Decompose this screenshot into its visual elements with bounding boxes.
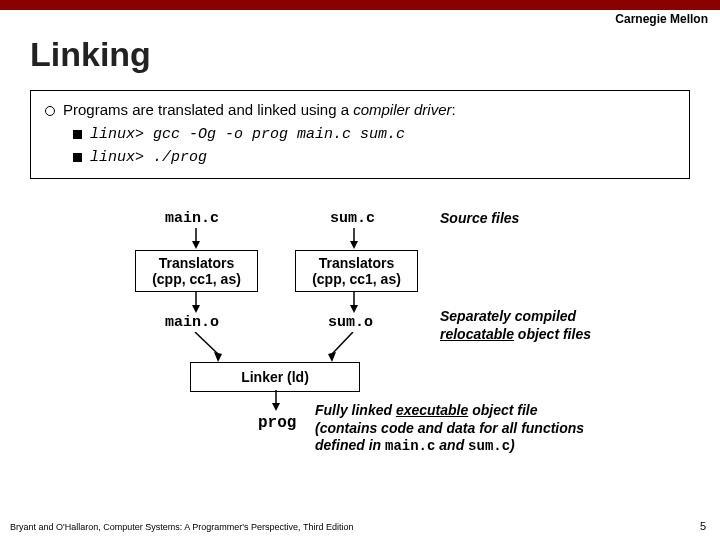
- annot-exe-f: main.c: [385, 438, 435, 454]
- src-main-label: main.c: [165, 210, 219, 227]
- svg-marker-9: [214, 352, 222, 362]
- annot-exe-c: object file: [468, 402, 537, 418]
- annot-exe-b: executable: [396, 402, 468, 418]
- src-sum-label: sum.c: [330, 210, 375, 227]
- annot-exe-i: ): [510, 437, 515, 453]
- linker-box: Linker (ld): [190, 362, 360, 392]
- annot-exe-d: (contains code and data for all function…: [315, 420, 584, 436]
- top-red-bar: [0, 0, 720, 10]
- hollow-bullet-icon: [45, 106, 55, 116]
- bullet-text-pre: Programs are translated and linked using…: [63, 101, 353, 118]
- annot-source-files: Source files: [440, 210, 519, 228]
- intro-box: Programs are translated and linked using…: [30, 90, 690, 179]
- arrow-icon: [190, 292, 202, 314]
- translators-2-line1: Translators: [296, 255, 417, 271]
- translators-2-line2: (cpp, cc1, as): [296, 271, 417, 287]
- annot-obj-a: Separately compiled: [440, 308, 576, 324]
- brand: Carnegie Mellon: [615, 12, 708, 26]
- translators-1-line1: Translators: [136, 255, 257, 271]
- prog-label: prog: [258, 414, 296, 432]
- arrow-icon: [190, 228, 202, 250]
- arrow-icon: [348, 292, 360, 314]
- svg-marker-5: [192, 305, 200, 313]
- obj-sum-label: sum.o: [328, 314, 373, 331]
- arrow-icon: [170, 332, 230, 364]
- sub-bullet-2: linux> ./prog: [73, 147, 675, 166]
- annot-exe: Fully linked executable object file (con…: [315, 402, 705, 456]
- translators-box-2: Translators (cpp, cc1, as): [295, 250, 418, 292]
- svg-line-8: [195, 332, 218, 354]
- square-bullet-icon: [73, 130, 82, 139]
- svg-marker-11: [328, 352, 336, 362]
- annot-exe-h: sum.c: [468, 438, 510, 454]
- bullet-text-post: :: [452, 101, 456, 118]
- slide-title: Linking: [30, 35, 151, 74]
- translators-1-line2: (cpp, cc1, as): [136, 271, 257, 287]
- svg-marker-13: [272, 403, 280, 411]
- svg-marker-3: [350, 241, 358, 249]
- svg-marker-1: [192, 241, 200, 249]
- annot-exe-e: defined in: [315, 437, 385, 453]
- annot-obj-c: object files: [514, 326, 591, 342]
- command-2: linux> ./prog: [90, 149, 207, 166]
- annot-exe-g: and: [435, 437, 468, 453]
- svg-marker-7: [350, 305, 358, 313]
- annot-obj-b: relocatable: [440, 326, 514, 342]
- command-1: linux> gcc -Og -o prog main.c sum.c: [90, 126, 405, 143]
- translators-box-1: Translators (cpp, cc1, as): [135, 250, 258, 292]
- arrow-icon: [270, 390, 282, 412]
- svg-line-10: [332, 332, 353, 354]
- annot-obj-files: Separately compiled relocatable object f…: [440, 308, 591, 343]
- obj-main-label: main.o: [165, 314, 219, 331]
- bullet-text-em: compiler driver: [353, 101, 451, 118]
- bullet-main: Programs are translated and linked using…: [45, 101, 675, 118]
- footer-citation: Bryant and O'Hallaron, Computer Systems:…: [10, 522, 353, 532]
- arrow-icon: [320, 332, 380, 364]
- page-number: 5: [700, 520, 706, 532]
- arrow-icon: [348, 228, 360, 250]
- sub-bullet-1: linux> gcc -Og -o prog main.c sum.c: [73, 124, 675, 143]
- annot-exe-a: Fully linked: [315, 402, 396, 418]
- square-bullet-icon: [73, 153, 82, 162]
